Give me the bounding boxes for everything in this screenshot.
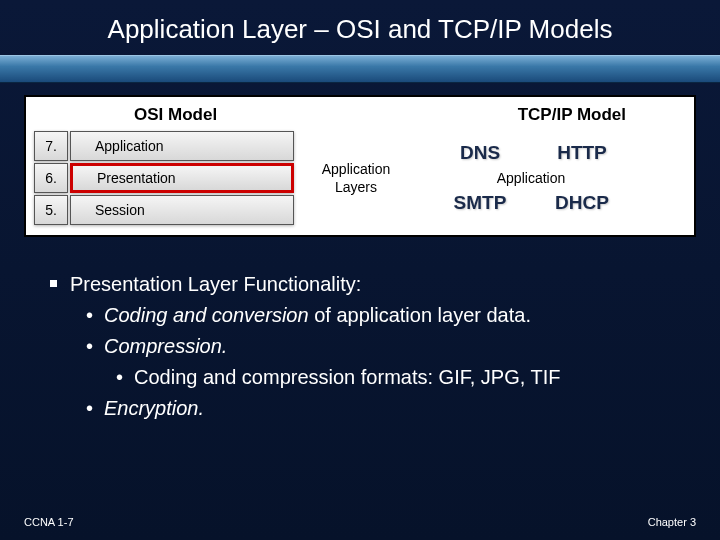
- tcpip-column: DNS HTTP Application SMTP DHCP: [436, 142, 626, 214]
- bullet-item: Compression.: [80, 331, 690, 362]
- osi-header: OSI Model: [134, 105, 217, 125]
- osi-column: 7. Application 6. Presentation 5. Sessio…: [34, 131, 294, 225]
- bullet-heading: Presentation Layer Functionality:: [50, 269, 690, 300]
- emphasis: Coding and conversion: [104, 304, 309, 326]
- service-smtp: SMTP: [436, 192, 524, 214]
- middle-label: Application Layers: [306, 160, 406, 196]
- service-dns: DNS: [436, 142, 524, 164]
- slide-title: Application Layer – OSI and TCP/IP Model…: [0, 0, 720, 55]
- layer-number: 5.: [34, 195, 68, 225]
- slide-footer: CCNA 1-7 Chapter 3: [24, 516, 696, 528]
- diagram-headers: OSI Model TCP/IP Model: [34, 103, 686, 131]
- service-dhcp: DHCP: [538, 192, 626, 214]
- layer-number: 6.: [34, 163, 68, 193]
- emphasis: Encryption.: [104, 397, 204, 419]
- footer-right: Chapter 3: [648, 516, 696, 528]
- layer-name-highlighted: Presentation: [70, 163, 294, 193]
- diagram-panel: OSI Model TCP/IP Model 7. Application 6.…: [24, 95, 696, 237]
- bullet-list: Presentation Layer Functionality: Coding…: [0, 249, 720, 424]
- mid-line-1: Application: [322, 161, 391, 177]
- sub-bullet-item: Coding and compression formats: GIF, JPG…: [110, 362, 690, 393]
- osi-row-7: 7. Application: [34, 131, 294, 161]
- layer-name: Session: [70, 195, 294, 225]
- emphasis: Compression.: [104, 335, 227, 357]
- footer-left: CCNA 1-7: [24, 516, 74, 528]
- bullet-text: of application layer data.: [309, 304, 531, 326]
- accent-bar: [0, 55, 720, 83]
- service-http: HTTP: [538, 142, 626, 164]
- layer-number: 7.: [34, 131, 68, 161]
- tcpip-header: TCP/IP Model: [518, 105, 626, 125]
- service-application: Application: [436, 170, 626, 186]
- osi-row-5: 5. Session: [34, 195, 294, 225]
- bullet-item: Encryption.: [80, 393, 690, 424]
- layer-name: Application: [70, 131, 294, 161]
- mid-line-2: Layers: [335, 179, 377, 195]
- bullet-item: Coding and conversion of application lay…: [80, 300, 690, 331]
- osi-row-6-highlighted: 6. Presentation: [34, 163, 294, 193]
